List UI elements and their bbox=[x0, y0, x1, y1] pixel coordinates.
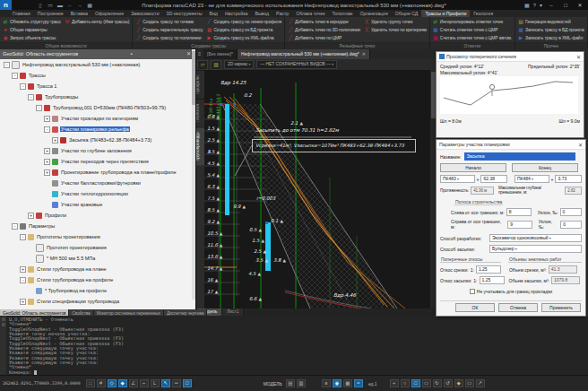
fullscreen-icon[interactable]: ↗ bbox=[476, 379, 485, 387]
ribbon-tab[interactable]: Растр bbox=[272, 10, 292, 17]
open-folder-icon[interactable]: ▭ bbox=[47, 2, 54, 9]
tree-item[interactable]: -Трасса 1 bbox=[0, 81, 195, 91]
tree-expander-icon[interactable]: + bbox=[44, 116, 50, 122]
undo-icon[interactable]: ← bbox=[66, 2, 74, 9]
tree-item[interactable]: * МН 500 мм 5.5 МПа bbox=[0, 253, 195, 264]
ribbon-tab[interactable]: Организация bbox=[356, 10, 391, 17]
app-logo-icon[interactable]: n bbox=[0, 0, 12, 10]
ribbon-tab[interactable]: Зависимости bbox=[127, 10, 162, 17]
ribbon-button[interactable]: ▦Записать трассу в БД проекта bbox=[518, 26, 584, 34]
ok-button[interactable]: ОК bbox=[455, 303, 495, 312]
tree-expander-icon[interactable]: + bbox=[44, 159, 50, 165]
tree-expander-icon[interactable]: + bbox=[44, 148, 50, 154]
tree-expander-icon[interactable]: - bbox=[20, 234, 26, 240]
tree-item[interactable]: -Трубопроводы bbox=[0, 91, 195, 102]
ribbon-button[interactable]: ▦Создать трассу из БД проекта bbox=[206, 26, 281, 34]
tree-expander-icon[interactable]: + bbox=[28, 213, 34, 219]
fill-slope-field[interactable]: 1.25 bbox=[480, 276, 505, 284]
overview-icon[interactable]: □ bbox=[411, 379, 420, 387]
ribbon-button[interactable]: MДобавить нитку (Имя трассы) bbox=[65, 18, 129, 26]
tree-item[interactable]: -Параметры bbox=[0, 221, 195, 231]
smooth-icon[interactable]: ≈ bbox=[354, 379, 363, 387]
tree-expander-icon[interactable]: - bbox=[36, 105, 42, 111]
ribbon-tab[interactable]: Главная bbox=[9, 10, 34, 17]
ribbon-tab[interactable]: Вставка bbox=[67, 10, 91, 17]
tree-item[interactable]: Участки балластировки/футеровки bbox=[0, 178, 195, 188]
tree-item[interactable]: +Засыпка (ПК483+62.38-ПК484+3.73) bbox=[0, 135, 195, 145]
tree-expander-icon[interactable]: + bbox=[20, 266, 26, 273]
left-offset-field[interactable]: 8 bbox=[506, 208, 532, 216]
layout-space-icon[interactable]: ▥ bbox=[297, 379, 306, 387]
orbit-icon[interactable]: ↻ bbox=[433, 379, 442, 387]
ortho-icon[interactable]: ⌐ bbox=[140, 379, 149, 387]
graph-marker[interactable] bbox=[489, 84, 494, 89]
print-icon[interactable]: ▦ bbox=[86, 2, 93, 9]
exclude-checkbox[interactable] bbox=[470, 289, 475, 294]
grid-icon[interactable]: ∷ bbox=[86, 379, 95, 387]
end-pk-combo[interactable]: ПК484 bbox=[514, 175, 549, 183]
cut-slope-field[interactable]: 1.25 bbox=[476, 265, 501, 274]
tree-item[interactable]: -Прототипы проектирования bbox=[0, 231, 195, 242]
tree-item[interactable]: Участки крановые bbox=[0, 199, 195, 210]
ribbon-tab[interactable]: Геология bbox=[470, 10, 497, 17]
otrack-icon[interactable]: ◆ bbox=[118, 379, 127, 387]
visual-style-combo[interactable]: 2D каркас bbox=[224, 60, 254, 69]
ribbon-tab[interactable]: 3D-инструменты bbox=[163, 10, 206, 17]
dyn-ucs-icon[interactable]: ↖ bbox=[161, 379, 170, 387]
model-space-label[interactable]: МОДЕЛЬ bbox=[264, 381, 282, 387]
tree-item[interactable]: +Стили спецификации трубопровода bbox=[0, 296, 195, 307]
tree-item[interactable]: -Трассы bbox=[0, 70, 195, 81]
vertical-tab[interactable]: Геология bbox=[195, 99, 204, 126]
end-offset-field[interactable]: 3.73 bbox=[555, 175, 582, 183]
zoom-window-icon[interactable]: ▭ bbox=[422, 379, 431, 387]
redo-icon[interactable]: → bbox=[76, 2, 83, 9]
tree-scrollbar[interactable] bbox=[192, 49, 195, 300]
tree-item[interactable]: -Нефтепровод магистральный 530 мм (+накл… bbox=[0, 59, 195, 70]
ribbon-button[interactable]: ◉Запрос объекта трассы bbox=[3, 33, 61, 41]
tree-expander-icon[interactable]: - bbox=[28, 94, 34, 100]
tree-item[interactable]: * Трубопровод на профиле bbox=[0, 285, 195, 296]
ribbon-button[interactable]: ▦Считать отметки точек с ЦМР автом. bbox=[433, 33, 512, 41]
screen-icon[interactable]: ▭ bbox=[465, 379, 474, 387]
tab-close-icon[interactable]: ✕ bbox=[362, 51, 366, 56]
tree-item[interactable]: +Участки прокладки по категориям bbox=[0, 113, 195, 124]
tree-expander-icon[interactable]: + bbox=[44, 169, 50, 176]
snap-icon[interactable]: # bbox=[97, 379, 106, 387]
grid-display-icon[interactable]: ▦ bbox=[343, 379, 352, 387]
ribbon-tab[interactable]: Вывод bbox=[251, 10, 272, 17]
pin-icon[interactable]: ▪ bbox=[129, 49, 134, 59]
slope1-field[interactable]: 0 bbox=[560, 208, 582, 216]
selection-icon[interactable]: □ bbox=[183, 379, 192, 387]
apply-button[interactable]: Применить bbox=[541, 303, 581, 312]
ribbon-tab[interactable]: Вид bbox=[205, 10, 220, 17]
vertical-tab[interactable]: Трубопроводы bbox=[195, 126, 204, 165]
close-icon[interactable]: ✕ bbox=[578, 142, 583, 148]
tree-expander-icon[interactable]: - bbox=[12, 73, 18, 79]
tree-expander-icon[interactable]: + bbox=[52, 137, 58, 143]
fill-method-combo[interactable]: Бульдозер bbox=[489, 245, 582, 253]
cancel-button[interactable]: Отмена bbox=[498, 303, 538, 312]
ribbon-button[interactable]: ╱Создать трассу по полилинии bbox=[135, 33, 203, 41]
ribbon-tab[interactable]: Трассы и Профили bbox=[421, 10, 470, 17]
viewport-lock-icon[interactable]: ▱ bbox=[197, 60, 208, 70]
new-file-icon[interactable]: ▯ bbox=[37, 2, 44, 9]
chevron-down-icon[interactable]: ▾ bbox=[540, 2, 542, 8]
units-label[interactable]: ед.1 bbox=[368, 381, 377, 387]
lock-icon[interactable]: ◆ bbox=[454, 379, 463, 387]
minimize-button[interactable]: – bbox=[546, 3, 557, 8]
viewport-config-icon[interactable]: ▨ bbox=[211, 60, 221, 70]
name-field[interactable]: Засыпка bbox=[464, 152, 575, 161]
save-icon[interactable]: ▬ bbox=[56, 2, 64, 9]
tree-expander-icon[interactable]: - bbox=[44, 126, 50, 133]
tree-item[interactable]: Прототип проектирования bbox=[0, 242, 195, 253]
document-tab[interactable]: [Без имени]* bbox=[203, 49, 238, 59]
start-pk-combo[interactable]: ПК483 bbox=[440, 175, 475, 183]
ribbon-button[interactable]: ╱Создать трассу по линии профиля bbox=[206, 18, 281, 26]
layout-tab[interactable]: Лист1 bbox=[222, 308, 244, 316]
ribbon-button[interactable]: ╳Удалить точки по критериям bbox=[364, 26, 427, 34]
close-button[interactable]: ✕ bbox=[575, 2, 585, 8]
zoom-icon[interactable]: ○ bbox=[401, 379, 410, 387]
ribbon-button[interactable]: ⇄Обновить структуру трасс bbox=[3, 18, 61, 26]
tree-item[interactable]: Участки теплогидроизоляции bbox=[0, 188, 195, 199]
ribbon-button[interactable]: ▤Генерация ведомостей bbox=[518, 18, 584, 26]
